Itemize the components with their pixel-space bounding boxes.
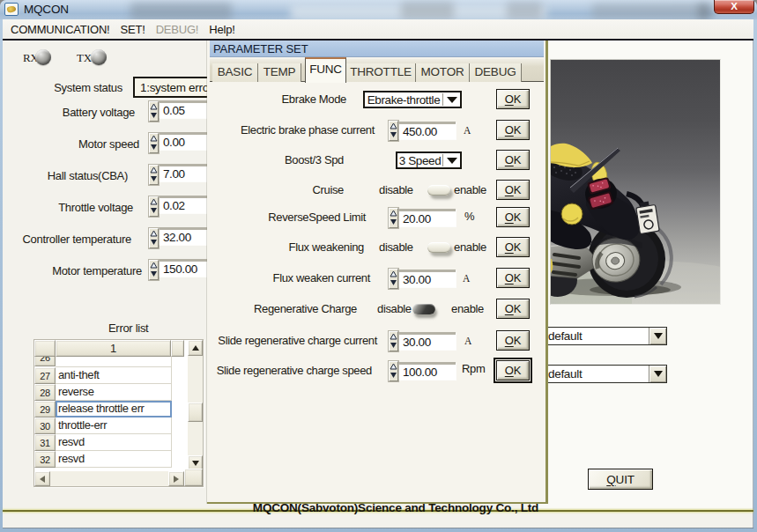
unit-label: A xyxy=(464,336,471,346)
dialog-row: Slide regenerative charge speed100.00Rpm… xyxy=(207,360,548,381)
vertical-scroll-thumb[interactable] xyxy=(188,403,203,422)
indicator-label: Battery voltage xyxy=(3,106,142,119)
spinner-buttons[interactable] xyxy=(149,196,159,217)
tab-debug[interactable]: DEBUG xyxy=(470,63,522,82)
spinner-arrows-icon xyxy=(150,134,158,152)
table-row-partial[interactable]: 26 xyxy=(34,357,188,367)
error-table-horizontal-scrollbar[interactable] xyxy=(34,471,203,486)
ok-button[interactable]: OK xyxy=(496,299,530,319)
menu-item-help[interactable]: Help! xyxy=(204,23,240,36)
spinner-buttons[interactable] xyxy=(389,361,398,381)
spinner-arrows-icon xyxy=(150,166,158,184)
ok-button[interactable]: OK xyxy=(496,120,530,140)
indicator-label: Motor temperature xyxy=(3,264,142,277)
tab-temp[interactable]: TEMP xyxy=(258,63,301,82)
spinner-buttons[interactable] xyxy=(149,133,159,153)
row-text: throttle-err xyxy=(56,417,172,434)
spinner-arrows-icon xyxy=(390,362,397,381)
app-icon xyxy=(4,3,19,16)
spinner-buttons[interactable] xyxy=(149,228,159,248)
underlined-mnemonic-letter: O xyxy=(505,364,514,377)
error-table-vertical-scrollbar[interactable] xyxy=(188,340,203,471)
default-select-2[interactable]: default xyxy=(542,365,667,383)
indicator-label: Throttle voltage xyxy=(3,201,142,214)
ok-button[interactable]: OK xyxy=(496,360,530,381)
error-table-header-filler xyxy=(171,340,184,357)
tab-func[interactable]: FUNC xyxy=(305,57,346,83)
ok-button[interactable]: OK xyxy=(496,237,530,257)
unit-label: A xyxy=(464,125,471,136)
table-row[interactable]: 27anti-theft xyxy=(34,367,188,384)
select-arrow-button[interactable] xyxy=(649,328,666,344)
rx-led-indicator xyxy=(35,49,51,65)
dropdown-value: 3 Speed xyxy=(397,153,442,167)
window-title: MQCON xyxy=(24,3,69,16)
tab-motor[interactable]: MOTOR xyxy=(416,63,470,82)
scroll-up-button[interactable] xyxy=(188,340,203,356)
number-field[interactable]: 450.00 xyxy=(398,122,456,139)
ok-button[interactable]: OK xyxy=(496,89,530,109)
quit-button[interactable]: QUIT xyxy=(588,469,653,490)
error-table-header: 1 xyxy=(34,340,203,357)
error-table-corner-box xyxy=(184,469,203,486)
spinner-arrows-icon xyxy=(390,209,397,227)
spinner-buttons[interactable] xyxy=(149,101,159,122)
ok-button[interactable]: OK xyxy=(496,180,530,200)
dropdown-ebrake-mode[interactable]: Ebrake-throttle xyxy=(363,91,462,108)
spinner-buttons[interactable] xyxy=(389,331,398,351)
menu-item-communication[interactable]: COMMUNICATION! xyxy=(3,23,115,36)
tab-basic[interactable]: BASIC xyxy=(212,63,258,82)
ok-button[interactable]: OK xyxy=(496,150,530,170)
menu-item-set[interactable]: SET! xyxy=(115,23,151,36)
dropdown-arrow-icon xyxy=(443,92,460,107)
ok-button[interactable]: OK xyxy=(496,207,530,227)
toggle-off-label: disable xyxy=(379,240,412,254)
ok-button[interactable]: OK xyxy=(496,330,530,351)
motorcycle-photo-svg xyxy=(551,60,720,304)
spinner-buttons[interactable] xyxy=(149,260,159,280)
default-select-1[interactable]: default xyxy=(542,327,667,345)
spinner-arrows-icon xyxy=(390,270,397,288)
number-field[interactable]: 20.00 xyxy=(398,209,456,226)
table-row[interactable]: 32resvd xyxy=(34,451,188,468)
spinner-buttons[interactable] xyxy=(389,121,398,141)
ok-button[interactable]: OK xyxy=(496,268,530,288)
underlined-mnemonic-letter: O xyxy=(505,92,514,106)
spinner-buttons[interactable] xyxy=(149,165,159,185)
close-button[interactable]: X xyxy=(714,0,754,14)
table-row[interactable]: 30throttle-err xyxy=(34,417,188,434)
table-row[interactable]: 28reverse xyxy=(34,384,188,401)
row-text xyxy=(56,357,172,367)
dropdown-boost-3-spd[interactable]: 3 Speed xyxy=(396,151,462,169)
scroll-right-button[interactable] xyxy=(168,471,184,486)
number-field[interactable]: 100.00 xyxy=(398,362,456,380)
dialog-row: Boost/3 Spd3 SpeedOK xyxy=(207,150,548,171)
menu-bar: COMMUNICATION!SET!DEBUG!Help! xyxy=(3,19,753,41)
error-table-column-header[interactable]: 1 xyxy=(56,340,171,357)
error-table-corner-cell xyxy=(34,340,56,357)
number-field[interactable]: 30.00 xyxy=(398,270,456,287)
window-bottom-edge xyxy=(3,528,753,528)
row-text: release throttle err xyxy=(56,401,172,417)
spinner-buttons[interactable] xyxy=(389,208,398,228)
dialog-title-bar[interactable]: PARAMETER SET xyxy=(210,41,544,57)
spinner-arrows-icon xyxy=(390,122,397,140)
underlined-mnemonic-letter: O xyxy=(505,153,514,166)
toggle-switch[interactable] xyxy=(412,304,435,314)
tab-throttle[interactable]: THROTTLE xyxy=(346,63,416,82)
spinner-buttons[interactable] xyxy=(389,269,398,289)
number-field[interactable]: 30.00 xyxy=(398,332,456,350)
row-label: Slide regenerative charge speed xyxy=(214,364,377,377)
title-bar[interactable]: MQCON X xyxy=(0,0,757,19)
toggle-off-label: disable xyxy=(379,183,412,196)
select-value: default xyxy=(548,367,582,381)
toggle-switch[interactable] xyxy=(427,185,450,196)
app-window: MQCON X COMMUNICATION!SET!DEBUG!Help! RX… xyxy=(0,0,757,532)
select-arrow-button[interactable] xyxy=(649,366,666,382)
scroll-left-button[interactable] xyxy=(34,471,50,486)
toggle-switch[interactable] xyxy=(427,242,450,253)
table-row[interactable]: 31resvd xyxy=(34,434,188,451)
dropdown-value: Ebrake-throttle xyxy=(365,92,442,107)
table-row[interactable]: 29release throttle err xyxy=(34,401,188,417)
menu-item-debug[interactable]: DEBUG! xyxy=(151,23,204,36)
